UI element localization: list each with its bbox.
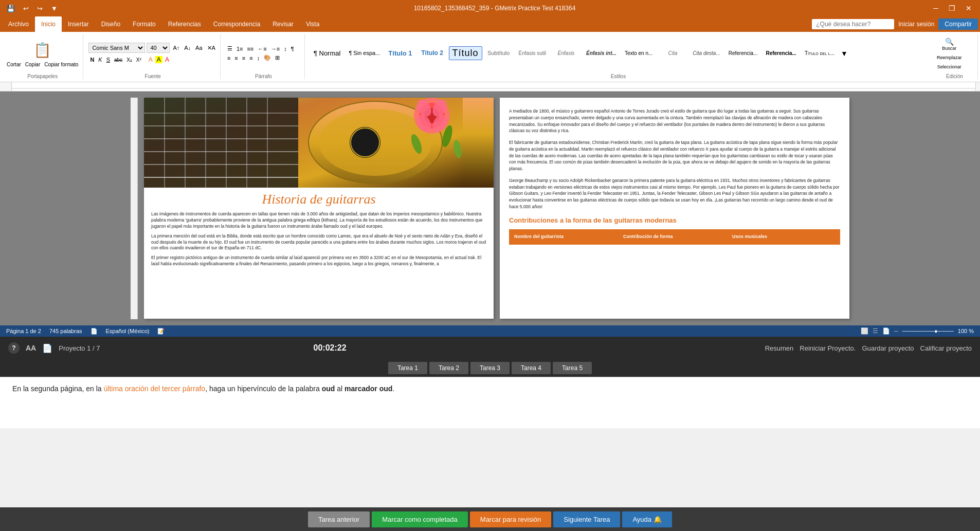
language-label: Español (México)	[106, 328, 150, 334]
task-tab-4[interactable]: Tarea 4	[512, 362, 551, 374]
save-icon[interactable]: 💾	[4, 4, 17, 13]
restore-button[interactable]: ❐	[945, 3, 959, 13]
paste-button[interactable]: 📋	[31, 39, 53, 61]
style-title[interactable]: Título	[449, 46, 482, 61]
bullet-list-button[interactable]: ☰	[226, 45, 234, 52]
prev-task-button[interactable]: Tarea anterior	[308, 511, 370, 527]
select-button[interactable]: Seleccionar	[935, 63, 964, 70]
decrease-indent-button[interactable]: ←≡	[256, 45, 268, 52]
document-icon[interactable]: 📄	[42, 343, 52, 353]
multilevel-list-button[interactable]: ≡≡	[245, 45, 255, 52]
style-heading1[interactable]: Título 1	[385, 48, 415, 59]
next-task-button[interactable]: Siguiente Tarea	[553, 511, 620, 527]
style-ref2[interactable]: Referencia...	[762, 49, 800, 58]
align-center-button[interactable]: ≡	[233, 54, 239, 62]
shading-button[interactable]: 🎨	[262, 54, 273, 62]
sign-in-button[interactable]: Iniciar sesión	[898, 21, 934, 28]
bold-button[interactable]: N	[88, 56, 96, 63]
copy-button[interactable]: Copiar	[24, 61, 42, 68]
grade-button[interactable]: Calificar proyecto	[920, 344, 972, 352]
font-size-icon[interactable]: AA	[26, 344, 36, 352]
style-normal-preview: ¶ Normal	[314, 49, 341, 58]
mark-review-button[interactable]: Marcar para revisión	[470, 511, 552, 527]
vertical-ruler	[131, 98, 138, 319]
style-normal[interactable]: ¶ Normal	[310, 48, 344, 59]
font-grow-button[interactable]: A↑	[171, 44, 181, 51]
styles-expand-button[interactable]: ▼	[839, 49, 849, 58]
task-tab-1[interactable]: Tarea 1	[388, 362, 427, 374]
superscript-button[interactable]: X²	[135, 57, 143, 63]
font-case-button[interactable]: Aa	[194, 44, 204, 51]
style-ref1[interactable]: Referencia...	[725, 49, 761, 58]
style-book-title[interactable]: Título del l...	[801, 49, 838, 58]
style-emphasis-int[interactable]: Énfasis int...	[583, 49, 620, 58]
subscript-button[interactable]: X₂	[125, 57, 134, 63]
task-tab-5[interactable]: Tarea 5	[553, 362, 592, 374]
replace-button[interactable]: Reemplazar	[935, 54, 964, 61]
style-emphasis-subtle[interactable]: Énfasis sutil	[515, 49, 550, 58]
style-quote-dest[interactable]: Cita desta...	[689, 49, 723, 58]
style-nospace[interactable]: ¶ Sin espa...	[345, 48, 384, 58]
right-page[interactable]: A mediados de 1800, el músico y guitarre…	[500, 98, 849, 319]
font-size-select[interactable]: 40	[147, 43, 170, 53]
what-to-do-input[interactable]	[812, 19, 894, 29]
customize-icon[interactable]: ▼	[48, 4, 60, 13]
align-left-button[interactable]: ≡	[226, 54, 232, 62]
minimize-button[interactable]: ─	[929, 3, 942, 13]
view-web-button[interactable]: ☰	[873, 327, 878, 335]
menu-diseno[interactable]: Diseño	[95, 16, 126, 32]
italic-button[interactable]: K	[97, 56, 103, 63]
numbered-list-button[interactable]: 1≡	[235, 45, 245, 52]
menu-vista[interactable]: Vista	[300, 16, 325, 32]
strikethrough-button[interactable]: abc	[113, 57, 124, 63]
menu-referencias[interactable]: Referencias	[162, 16, 207, 32]
view-print-button[interactable]: ⬜	[861, 327, 868, 335]
font-family-select[interactable]: Comic Sans M	[88, 43, 145, 53]
align-right-button[interactable]: ≡	[241, 54, 247, 62]
restart-button[interactable]: Reiniciar Proyecto.	[800, 344, 856, 352]
project-info: Proyecto 1 / 7	[59, 344, 100, 352]
style-subtitle[interactable]: Subtítulo	[483, 48, 514, 58]
share-button[interactable]: Compartir	[938, 19, 978, 30]
style-quote[interactable]: Cita	[657, 49, 688, 58]
highlight-button[interactable]: A	[155, 56, 162, 63]
text-color-button[interactable]: A	[164, 56, 171, 64]
style-heading2[interactable]: Título 2	[417, 48, 448, 58]
menu-inicio[interactable]: Inicio	[35, 16, 62, 32]
save-project-button[interactable]: Guardar proyecto	[862, 344, 914, 352]
cut-button[interactable]: Cortar	[5, 61, 23, 68]
underline-button[interactable]: S	[105, 56, 112, 63]
search-button[interactable]: 🔍 Buscar	[935, 36, 964, 52]
document-body[interactable]: Las imágenes de instrumentos de cuerda a…	[144, 211, 494, 267]
task-tab-3[interactable]: Tarea 3	[470, 362, 510, 374]
menu-insertar[interactable]: Insertar	[62, 16, 95, 32]
clear-format-button[interactable]: ✕A	[206, 44, 217, 52]
close-button[interactable]: ✕	[961, 3, 976, 13]
task-tab-2[interactable]: Tarea 2	[429, 362, 468, 374]
show-marks-button[interactable]: ¶	[289, 45, 296, 52]
menu-correspondencia[interactable]: Correspondencia	[207, 16, 266, 32]
menu-revisar[interactable]: Revisar	[266, 16, 300, 32]
summary-button[interactable]: Resumen	[765, 344, 794, 352]
undo-icon[interactable]: ↩	[21, 4, 31, 13]
border-button[interactable]: ⊞	[274, 54, 281, 62]
line-spacing-button[interactable]: ↕	[256, 54, 262, 62]
style-emphasis[interactable]: Énfasis	[551, 49, 582, 58]
zoom-slider[interactable]: ────────●────	[902, 328, 954, 334]
font-shrink-button[interactable]: A↓	[183, 44, 192, 51]
justify-button[interactable]: ≡	[248, 54, 254, 62]
menu-archivo[interactable]: Archivo	[2, 16, 35, 32]
help-icon[interactable]: ?	[8, 342, 20, 354]
redo-icon[interactable]: ↪	[34, 4, 45, 13]
font-color-button[interactable]: A	[147, 56, 154, 64]
sort-button[interactable]: ↕	[282, 45, 288, 52]
increase-indent-button[interactable]: →≡	[269, 45, 281, 52]
instruction-text3: al	[335, 384, 344, 393]
left-page[interactable]: Historia de guitarras Las imágenes de in…	[144, 98, 494, 319]
mark-complete-button[interactable]: Marcar como completada	[372, 511, 468, 527]
menu-formato[interactable]: Formato	[126, 16, 162, 32]
style-text-n[interactable]: Texto en n...	[621, 49, 656, 58]
view-read-button[interactable]: 📄	[882, 327, 890, 335]
help-button[interactable]: Ayuda 🔔	[622, 511, 672, 527]
copy-format-button[interactable]: Copiar formato	[43, 61, 80, 68]
